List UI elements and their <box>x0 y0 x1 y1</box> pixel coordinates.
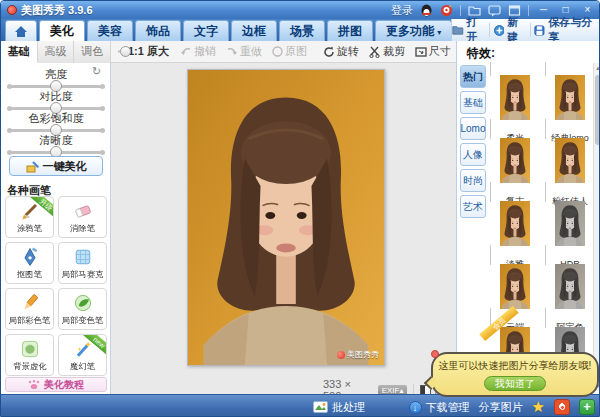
open-folder-icon <box>452 24 464 36</box>
save-icon <box>534 24 545 37</box>
tab-frames[interactable]: 边框 <box>231 20 277 41</box>
brush-tool-label: 局部彩色笔 <box>9 314 50 326</box>
file-action-bar: 打开 新建 保存与分享 <box>451 19 599 41</box>
saturation-slider[interactable] <box>9 129 103 132</box>
effect-thumbnail <box>545 188 595 259</box>
mosaic-icon <box>72 246 94 268</box>
magic-pen-tool[interactable]: new 魔幻笔 <box>58 334 107 376</box>
tab-scenes[interactable]: 场景 <box>279 20 325 41</box>
titlebar-separator <box>460 5 461 16</box>
effects-scrollbar[interactable]: ▲ ▼ <box>593 63 600 391</box>
one-key-beautify-button[interactable]: 一键美化 <box>9 156 103 176</box>
app-logo-icon <box>7 5 17 15</box>
redo-label: 重做 <box>240 44 262 59</box>
got-it-button[interactable]: 我知道了 <box>484 376 546 391</box>
doodle-pen-tool[interactable]: 升级 涂鸦笔 <box>5 196 54 238</box>
effect-hdr[interactable]: HDR <box>545 189 595 252</box>
adjust-panel-tabs: 基础 高级 调色 <box>1 41 111 63</box>
effect-abao[interactable]: 阿宝色 <box>545 252 595 315</box>
effect-soft-light[interactable]: 柔光 <box>490 63 540 126</box>
adjust-panel: ↻ 亮度 对比度 色彩饱和度 清晰度 一键美化 各种画笔 升级 涂鸦笔 <box>1 63 111 394</box>
tab-advanced[interactable]: 高级 <box>38 41 75 63</box>
effects-tab-portrait[interactable]: 人像 <box>460 143 486 166</box>
brightness-slider-group: 亮度 <box>9 67 103 88</box>
recolor-brush-icon <box>72 292 94 314</box>
tutorial-label: 美化教程 <box>44 378 84 392</box>
clarity-slider-group: 清晰度 <box>9 133 103 154</box>
effect-retro[interactable]: 复古 <box>490 126 540 189</box>
contrast-slider-group: 对比度 <box>9 89 103 110</box>
local-color-pen-tool[interactable]: 局部彩色笔 <box>5 288 54 330</box>
undo-button[interactable]: 撤销 <box>180 44 216 59</box>
tab-text[interactable]: 文字 <box>183 20 229 41</box>
scroll-up-icon[interactable]: ▲ <box>594 63 600 73</box>
share-image-button[interactable]: 分享图片 <box>479 400 523 415</box>
effects-tab-lomo[interactable]: Lomo <box>460 117 486 140</box>
watermark: 美图秀秀 <box>337 349 379 360</box>
effects-thumbnail-grid: 柔光 经典lomo 复古 粉红佳人 淡雅 HDR <box>490 63 595 378</box>
share-label: 分享图片 <box>479 400 523 415</box>
tab-basic[interactable]: 基础 <box>1 41 38 63</box>
canvas-toolbar: 1:1 原大 撤销 重做 原图 旋转 裁剪 尺寸 <box>111 41 456 63</box>
tab-beautify[interactable]: 美化 <box>39 20 85 41</box>
redo-button[interactable]: 重做 <box>226 44 262 59</box>
tab-collage[interactable]: 拼图 <box>327 20 373 41</box>
download-manager-button[interactable]: ↓ 下载管理 <box>409 400 470 415</box>
star-icon[interactable]: ★ <box>532 398 545 416</box>
tab-cosmetic[interactable]: 美容 <box>87 20 133 41</box>
eraser-icon <box>72 200 94 222</box>
original-image-button[interactable]: 原图 <box>272 44 307 59</box>
brush-tool-label: 涂鸦笔 <box>17 222 42 234</box>
effect-thumbnail <box>490 125 540 196</box>
scrollbar-thumb[interactable] <box>595 75 600 145</box>
zoom-slider[interactable] <box>118 50 119 53</box>
filebar-separator <box>489 23 490 37</box>
tab-accessories[interactable]: 饰品 <box>135 20 181 41</box>
cutout-pen-tool[interactable]: 抠图笔 <box>5 242 54 284</box>
home-tab[interactable] <box>5 20 37 41</box>
brush-tool-label: 消除笔 <box>70 222 95 234</box>
crop-button[interactable]: 裁剪 <box>369 44 405 59</box>
login-link[interactable]: 登录 <box>391 3 413 18</box>
watermark-logo-icon <box>337 351 345 359</box>
rotate-button[interactable]: 旋转 <box>323 44 359 59</box>
clarity-slider[interactable] <box>9 151 103 154</box>
brush-tool-label: 魔幻笔 <box>70 360 95 372</box>
brush-tool-label: 局部马赛克 <box>62 268 103 280</box>
effects-tab-hot[interactable]: 热门 <box>460 65 486 88</box>
qq-icon[interactable] <box>420 4 433 17</box>
tab-tone[interactable]: 调色 <box>74 41 111 63</box>
brightness-slider[interactable] <box>9 85 103 88</box>
resize-icon <box>415 46 427 58</box>
effect-cloud[interactable]: 云端 <box>490 252 540 315</box>
batch-process-button[interactable]: 批处理 <box>313 400 365 415</box>
background-blur-tool[interactable]: 背景虚化 <box>5 334 54 376</box>
titlebar-separator <box>528 5 529 16</box>
zoom-actual-size-button[interactable]: 1:1 原大 <box>128 44 169 59</box>
contrast-slider[interactable] <box>9 107 103 110</box>
tab-more-functions[interactable]: 更多功能 ▾ <box>375 20 452 41</box>
add-share-icon[interactable]: + <box>579 399 595 415</box>
eraser-pen-tool[interactable]: 消除笔 <box>58 196 107 238</box>
resize-label: 尺寸 <box>429 44 451 59</box>
share-tip-bubble: 这里可以快速把图片分享给朋友哦! 我知道了 <box>431 352 599 397</box>
effects-tab-art[interactable]: 艺术 <box>460 195 486 218</box>
local-mosaic-tool[interactable]: 局部马赛克 <box>58 242 107 284</box>
app-window: 美图秀秀 3.9.6 登录 ─ □ × 美化 美容 饰品 文字 边框 场景 拼图… <box>0 0 600 417</box>
local-recolor-pen-tool[interactable]: 局部变色笔 <box>58 288 107 330</box>
resize-button[interactable]: 尺寸 <box>415 44 451 59</box>
effect-elegant[interactable]: 淡雅 <box>490 189 540 252</box>
filebar-separator <box>530 23 531 37</box>
effect-thumbnail <box>490 188 540 259</box>
effect-thumbnail <box>545 125 595 196</box>
home-icon <box>14 25 28 38</box>
effect-pink-lady[interactable]: 粉红佳人 <box>545 126 595 189</box>
undo-icon <box>180 46 192 57</box>
color-brush-icon <box>19 292 41 314</box>
effect-classic-lomo[interactable]: 经典lomo <box>545 63 595 126</box>
effects-tab-fashion[interactable]: 时尚 <box>460 169 486 192</box>
effects-tab-basic[interactable]: 基础 <box>460 91 486 114</box>
beautify-tutorial-link[interactable]: 美化教程 <box>5 377 107 392</box>
weibo-share-icon[interactable] <box>554 399 570 415</box>
plus-circle-icon <box>494 24 505 37</box>
